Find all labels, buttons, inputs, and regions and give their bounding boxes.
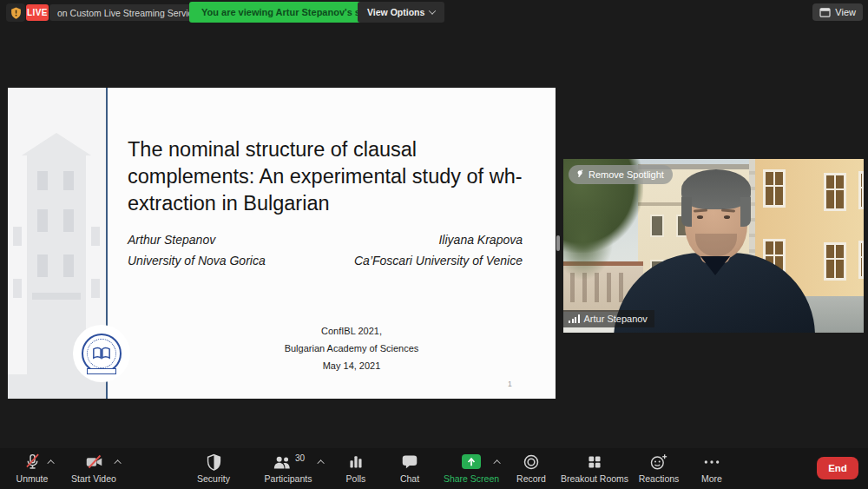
shield-icon [206, 453, 222, 471]
author-left-affiliation: University of Nova Gorica [128, 250, 266, 271]
view-options-label: View Options [367, 7, 424, 17]
camera-off-icon [84, 453, 104, 471]
grid-view-icon [819, 8, 831, 17]
warning-shield-badge[interactable] [6, 3, 25, 22]
university-logo [73, 325, 130, 382]
stream-service-label: on Custom Live Streaming Service [57, 8, 198, 18]
record-icon [523, 453, 540, 471]
live-badge-label: LIVE [27, 8, 48, 17]
view-button-label: View [835, 7, 856, 17]
participant-name: Artur Stepanov [584, 314, 648, 324]
slide-authors: Arthur Stepanov University of Nova Goric… [128, 229, 523, 271]
pin-icon [574, 169, 584, 180]
breakout-grid-icon [587, 454, 602, 470]
start-video-label: Start Video [71, 473, 116, 484]
university-seal-icon [82, 334, 122, 373]
zoom-meeting-window: LIVE on Custom Live Streaming Service Yo… [0, 0, 868, 489]
security-button[interactable]: Security [174, 452, 253, 484]
more-button[interactable]: More [672, 452, 752, 484]
author-right-name: Iliyana Krapova [354, 229, 523, 250]
slide-title: The nominal structure of clausal complem… [128, 136, 529, 217]
ellipsis-icon [703, 459, 720, 466]
mic-muted-icon [23, 453, 42, 471]
remove-spotlight-label: Remove Spotlight [589, 169, 664, 180]
participant-hair-right [740, 197, 751, 227]
meeting-toolbar: Unmute Start Video [0, 448, 868, 489]
unmute-label: Unmute [16, 473, 49, 484]
live-badge: LIVE [26, 4, 49, 21]
bar-chart-icon [348, 453, 364, 470]
conference-name: ConfIBL 2021, [213, 322, 490, 340]
participants-count: 30 [295, 453, 305, 463]
conference-info: ConfIBL 2021, Bulgarian Academy of Scien… [213, 322, 490, 374]
chat-bubble-icon [401, 453, 418, 470]
participant-video-tile[interactable]: Remove Spotlight Artur Stepanov [563, 159, 864, 333]
slide-page-number: 1 [508, 380, 512, 388]
conference-host: Bulgarian Academy of Sciences [213, 340, 490, 357]
top-bar: LIVE on Custom Live Streaming Service Yo… [0, 0, 868, 24]
more-label: More [701, 473, 722, 484]
end-meeting-button[interactable]: End [817, 457, 858, 479]
view-options-dropdown[interactable]: View Options [358, 2, 444, 23]
video-options-caret[interactable] [114, 459, 121, 466]
security-label: Security [197, 473, 230, 484]
shared-screen-slide: The nominal structure of clausal complem… [8, 88, 556, 399]
chat-label: Chat [400, 473, 419, 484]
chevron-down-icon [429, 7, 436, 14]
signal-bars-icon [569, 314, 580, 323]
people-icon [272, 453, 293, 471]
tree-lower [563, 211, 614, 281]
start-video-button[interactable]: Start Video [54, 452, 134, 484]
participant-hair-left [681, 197, 692, 227]
view-button[interactable]: View [812, 3, 863, 21]
smiley-plus-icon [649, 453, 668, 471]
participants-label: Participants [265, 473, 312, 484]
panel-resize-handle[interactable] [556, 235, 560, 251]
conference-date: May 14, 2021 [213, 357, 490, 374]
author-right-affiliation: Ca’Foscari University of Venice [354, 250, 523, 271]
warning-shield-icon [10, 7, 22, 19]
participant-name-tag: Artur Stepanov [563, 310, 654, 327]
share-arrow-icon [462, 454, 481, 469]
record-label: Record [516, 473, 546, 484]
author-right: Iliyana Krapova Ca’Foscari University of… [354, 229, 523, 271]
remove-spotlight-button[interactable]: Remove Spotlight [569, 165, 673, 184]
author-left-name: Arthur Stepanov [128, 229, 266, 250]
polls-label: Polls [346, 473, 366, 484]
author-left: Arthur Stepanov University of Nova Goric… [128, 229, 266, 271]
